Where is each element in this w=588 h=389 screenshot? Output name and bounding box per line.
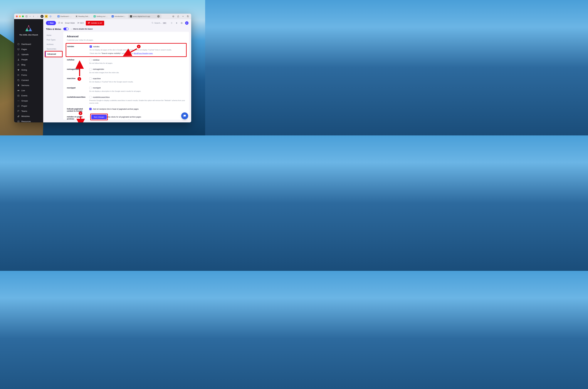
gauge-icon	[17, 43, 20, 45]
nofollow-checkbox[interactable]	[89, 59, 92, 61]
sidebar-item-teams[interactable]: Teams	[14, 108, 43, 114]
nositelinkssearchbox-checkbox[interactable]	[89, 96, 92, 98]
svg-rect-19	[17, 48, 19, 50]
seo-link[interactable]: SEO	[77, 22, 84, 24]
annotation-arrow-1	[77, 63, 82, 78]
sidebar-item-uploads[interactable]: Uploads	[14, 52, 43, 57]
bolt-icon[interactable]	[175, 22, 178, 25]
seo-icon	[77, 22, 79, 24]
save-changes-button[interactable]: Save changes	[91, 115, 107, 119]
chevron-down-icon[interactable]	[29, 15, 31, 18]
sidebar-item-people[interactable]: People	[14, 57, 43, 62]
sidebar-item-forms[interactable]: Forms	[14, 72, 43, 78]
close-window-button[interactable]	[16, 15, 18, 17]
indicate-paginated-content-to-google-checkbox[interactable]	[89, 108, 92, 110]
svg-rect-34	[18, 95, 19, 97]
setting-label: nositelinkssearchbox	[67, 96, 86, 104]
bookmark-icon	[17, 84, 20, 87]
new-tab-icon[interactable]	[182, 15, 184, 18]
more-icon[interactable]: ⋯	[157, 15, 160, 18]
sidebar-item-ministries[interactable]: Ministries	[14, 114, 43, 119]
noimageindex-checkbox[interactable]	[89, 68, 92, 70]
admin-topbar: +New 34 Smart Slider SEO noindex is on! …	[43, 19, 191, 27]
dots-icon	[17, 99, 20, 102]
subnav-post-types[interactable]: Post Types	[45, 37, 62, 42]
sidebar-item-dashboard[interactable]: Dashboard	[14, 41, 43, 47]
address-bar[interactable]: Z amez.digitalchurch.app ⋯	[128, 14, 161, 18]
svg-rect-31	[18, 80, 19, 81]
noindex-checkbox[interactable]	[90, 45, 92, 48]
browser-tab[interactable]: SDashboard ‹ Dig...	[56, 15, 74, 18]
help-icon[interactable]	[180, 22, 183, 25]
download-icon[interactable]	[172, 15, 175, 18]
forward-icon[interactable]	[36, 15, 39, 18]
site-name: The A.M.E. Zion Church	[19, 34, 38, 36]
nosnippet-checkbox[interactable]	[89, 87, 92, 89]
sidebar-item-blog[interactable]: Blog	[14, 62, 43, 67]
svg-line-51	[153, 23, 153, 24]
minimize-window-button[interactable]	[19, 15, 21, 17]
browser-tab[interactable]: ⚙Reading Setting...	[74, 15, 91, 18]
disable-hint: ←Click to disable this feature	[71, 28, 93, 30]
settings-icon[interactable]	[170, 22, 173, 25]
user-menu-button[interactable]	[185, 21, 188, 25]
callout-1: 1	[77, 77, 81, 81]
maximize-window-button[interactable]	[22, 15, 24, 17]
search-input[interactable]: Search...⌘K	[150, 21, 168, 25]
option-label: nofollow	[93, 59, 100, 61]
sidebar-item-label: Blog	[21, 64, 25, 66]
svg-point-50	[152, 22, 153, 23]
rss-icon	[17, 64, 20, 66]
sidebar-item-connect[interactable]: Connect	[14, 78, 43, 83]
svg-line-57	[182, 23, 182, 24]
sidebar-item-prayer[interactable]: Prayer	[14, 103, 43, 108]
sidebar-item-events[interactable]: Events	[14, 93, 43, 98]
favicon-2: R	[45, 15, 48, 18]
subnav-home[interactable]: Home	[45, 33, 62, 37]
setting-label: nofollow	[67, 59, 86, 65]
intercom-chat-button[interactable]	[181, 112, 188, 119]
list-icon	[17, 74, 20, 76]
refresh-count[interactable]: 34	[58, 22, 63, 24]
sidebar-item-groups[interactable]: Groups	[14, 98, 43, 103]
settings-subnav: HomePost TypesArchivesTaxonomiesAdvanced	[45, 32, 62, 122]
sidebar-item-live[interactable]: Live	[14, 88, 43, 93]
noindex-warning-badge[interactable]: noindex is on!	[86, 21, 104, 26]
sidebar-toggle-icon[interactable]	[25, 15, 28, 18]
sidebar-item-label: Groups	[21, 100, 28, 102]
admin-sidebar: The A.M.E. Zion Church DashboardPagesUpl…	[14, 19, 43, 122]
annotation-arrow-3	[78, 115, 83, 122]
browser-tab[interactable]: inIntroduction | Di...	[110, 15, 128, 18]
subnav-archives[interactable]: Archives	[45, 42, 62, 47]
url-text: amez.digitalchurch.app	[133, 15, 150, 17]
tabs-overview-icon[interactable]	[186, 15, 189, 18]
svg-rect-0	[26, 16, 28, 17]
option-label: Add rel next/prev link in head of pagina…	[93, 108, 139, 110]
panel-subtitle: Customize your metas for all pages.	[67, 39, 185, 41]
annotation-arrow-2	[125, 48, 139, 56]
back-icon[interactable]	[32, 15, 35, 18]
sidebar-item-pages[interactable]: Pages	[14, 47, 43, 52]
sidebar-item-resources[interactable]: Resources	[14, 119, 43, 122]
sidebar-item-label: Giving	[21, 69, 27, 71]
feature-toggle[interactable]	[63, 28, 69, 30]
smart-slider-link[interactable]: Smart Slider	[65, 22, 75, 24]
sidebar-item-label: Sermons	[21, 84, 29, 87]
flag-icon	[17, 110, 20, 112]
site-logo[interactable]: The A.M.E. Zion Church	[14, 22, 43, 38]
new-button[interactable]: +New	[46, 21, 56, 25]
sidebar-item-label: Prayer	[21, 105, 27, 107]
subnav-taxonomies[interactable]: Taxonomies	[45, 47, 62, 51]
svg-point-30	[17, 75, 18, 76]
browser-tab[interactable]: ✦Getting your Wo...	[92, 15, 110, 18]
tab-favicon-icon: ⚙	[75, 15, 78, 17]
setting-row-nositelinkssearchbox: nositelinkssearchboxnositelinkssearchbox…	[67, 94, 185, 106]
sidebar-item-sermons[interactable]: Sermons	[14, 83, 43, 88]
setting-description: Do not display a description in the Goog…	[89, 90, 185, 93]
setting-row-noimageindex: noimageindexnoimageindexDo not index ima…	[67, 66, 185, 76]
noarchive-checkbox[interactable]	[89, 77, 92, 80]
sidebar-item-giving[interactable]: Giving	[14, 67, 43, 72]
share-icon[interactable]	[177, 15, 180, 18]
setting-description: Prevents Google to display a sitelinks s…	[89, 99, 185, 104]
subnav-advanced[interactable]: Advanced	[45, 52, 62, 56]
